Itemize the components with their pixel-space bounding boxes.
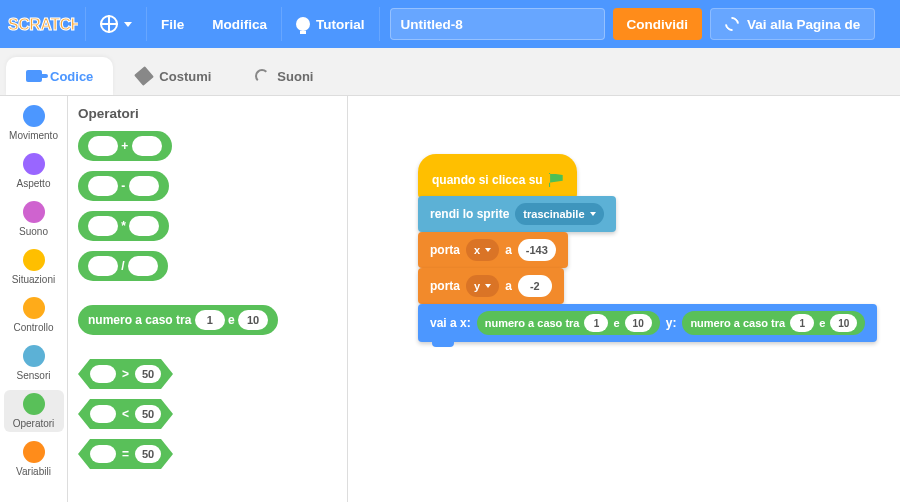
hat-label: quando si clicca su — [432, 173, 543, 187]
category-label: Suono — [19, 226, 48, 237]
category-operators[interactable]: Operatori — [4, 390, 64, 432]
number-input[interactable] — [132, 136, 162, 156]
menu-bar: SCRATCH File Modifica Tutorial Untitled-… — [0, 0, 900, 48]
number-input[interactable]: 10 — [625, 314, 652, 332]
category-motion[interactable]: Movimento — [4, 102, 64, 144]
set-label: porta — [430, 279, 460, 293]
op-symbol: / — [121, 259, 124, 273]
random-label-pre: numero a caso tra — [88, 313, 191, 327]
operator-divide-block[interactable]: / — [78, 251, 168, 281]
tab-sounds[interactable]: Suoni — [235, 57, 333, 95]
number-input[interactable] — [88, 176, 118, 196]
file-label: File — [161, 17, 184, 32]
community-label: Vai alla Pagina de — [747, 17, 860, 32]
operator-subtract-block[interactable]: - — [78, 171, 169, 201]
set-y-block[interactable]: porta y a -2 — [418, 268, 564, 304]
tab-costumes[interactable]: Costumi — [117, 57, 231, 95]
category-sensing[interactable]: Sensori — [4, 342, 64, 384]
number-input[interactable] — [88, 256, 118, 276]
number-input[interactable]: 50 — [135, 405, 161, 423]
number-input[interactable] — [90, 405, 116, 423]
number-input[interactable]: 1 — [584, 314, 608, 332]
goto-y-label: y: — [666, 316, 677, 330]
script-canvas[interactable]: quando si clicca su rendi lo sprite tras… — [348, 96, 900, 502]
category-control[interactable]: Controllo — [4, 294, 64, 336]
category-dot — [23, 153, 45, 175]
code-icon — [26, 70, 42, 82]
tutorials-button[interactable]: Tutorial — [282, 0, 379, 48]
random-label-pre: numero a caso tra — [485, 317, 580, 329]
tab-code-label: Codice — [50, 69, 93, 84]
share-label: Condividi — [627, 17, 689, 32]
number-input[interactable]: 10 — [830, 314, 857, 332]
set-drag-mode-block[interactable]: rendi lo sprite trascinabile — [418, 196, 616, 232]
category-label: Movimento — [9, 130, 58, 141]
category-column: Movimento Aspetto Suono Situazioni Contr… — [0, 96, 68, 502]
op-symbol: > — [122, 367, 129, 381]
lightbulb-icon — [296, 17, 310, 31]
number-input[interactable]: 50 — [135, 445, 161, 463]
number-input[interactable] — [129, 176, 159, 196]
number-input[interactable]: 1 — [195, 310, 225, 330]
number-input[interactable]: 50 — [135, 365, 161, 383]
chevron-down-icon — [590, 212, 596, 216]
category-label: Operatori — [13, 418, 55, 429]
tab-code[interactable]: Codice — [6, 57, 113, 95]
number-input[interactable]: 1 — [790, 314, 814, 332]
chevron-down-icon — [485, 284, 491, 288]
op-symbol: = — [122, 447, 129, 461]
tab-costumes-label: Costumi — [159, 69, 211, 84]
number-input[interactable] — [129, 216, 159, 236]
file-menu[interactable]: File — [147, 0, 198, 48]
set-x-block[interactable]: porta x a -143 — [418, 232, 568, 268]
operator-random-block[interactable]: numero a caso tra 1 e 10 — [78, 305, 278, 335]
category-looks[interactable]: Aspetto — [4, 150, 64, 192]
category-label: Sensori — [17, 370, 51, 381]
random-label-mid: e — [613, 317, 619, 329]
operator-random-reporter[interactable]: numero a caso tra 1 e 10 — [682, 311, 865, 335]
to-label: a — [505, 243, 512, 257]
operator-gt-block[interactable]: > 50 — [78, 359, 173, 389]
see-project-page-button[interactable]: Vai alla Pagina de — [710, 8, 875, 40]
editor-main: Movimento Aspetto Suono Situazioni Contr… — [0, 96, 900, 502]
operator-random-reporter[interactable]: numero a caso tra 1 e 10 — [477, 311, 660, 335]
number-input[interactable] — [88, 216, 118, 236]
edit-label: Modifica — [212, 17, 267, 32]
operator-lt-block[interactable]: < 50 — [78, 399, 173, 429]
drag-mode-dropdown[interactable]: trascinabile — [515, 203, 603, 225]
category-label: Variabili — [16, 466, 51, 477]
category-dot — [23, 297, 45, 319]
category-dot — [23, 441, 45, 463]
category-dot — [23, 249, 45, 271]
when-flag-clicked-block[interactable]: quando si clicca su — [418, 154, 577, 198]
number-input[interactable]: -143 — [518, 239, 556, 261]
number-input[interactable] — [88, 136, 118, 156]
project-title-input[interactable]: Untitled-8 — [390, 8, 605, 40]
operator-eq-block[interactable]: = 50 — [78, 439, 173, 469]
category-variables[interactable]: Variabili — [4, 438, 64, 480]
number-input[interactable] — [90, 365, 116, 383]
tutorials-label: Tutorial — [316, 17, 365, 32]
scratch-logo[interactable]: SCRATCH — [0, 0, 85, 48]
op-symbol: + — [121, 139, 128, 153]
language-menu[interactable] — [86, 0, 146, 48]
number-input[interactable] — [128, 256, 158, 276]
share-button[interactable]: Condividi — [613, 8, 703, 40]
variable-dropdown[interactable]: x — [466, 239, 499, 261]
drag-mode-value: trascinabile — [523, 208, 584, 220]
category-label: Situazioni — [12, 274, 55, 285]
edit-menu[interactable]: Modifica — [198, 0, 281, 48]
category-dot — [23, 201, 45, 223]
variable-dropdown[interactable]: y — [466, 275, 499, 297]
operator-multiply-block[interactable]: * — [78, 211, 169, 241]
category-sound[interactable]: Suono — [4, 198, 64, 240]
goto-xy-block[interactable]: vai a x: numero a caso tra 1 e 10 y: num… — [418, 304, 877, 342]
random-label-mid: e — [819, 317, 825, 329]
category-events[interactable]: Situazioni — [4, 246, 64, 288]
number-input[interactable]: 10 — [238, 310, 268, 330]
set-label: porta — [430, 243, 460, 257]
number-input[interactable] — [90, 445, 116, 463]
operator-add-block[interactable]: + — [78, 131, 172, 161]
category-dot — [23, 345, 45, 367]
number-input[interactable]: -2 — [518, 275, 552, 297]
